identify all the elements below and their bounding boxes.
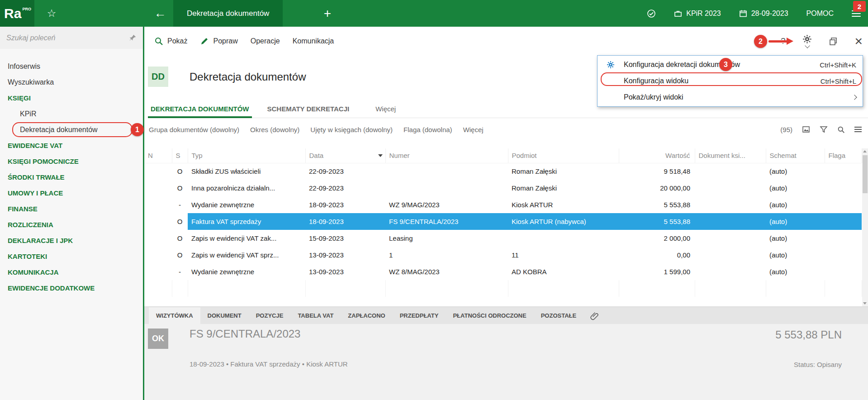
sidebar-item-wyszukiwarka[interactable]: Wyszukiwarka	[0, 74, 143, 90]
table-row[interactable]: O Inna pozarolnicza działaln... 22-09-20…	[144, 180, 862, 196]
cell-schemat[interactable]: (auto)	[766, 196, 825, 213]
cell-typ[interactable]: Wydanie zewnętrzne	[188, 263, 305, 280]
sidebar-item-srodki-trwale[interactable]: ŚRODKI TRWAŁE	[0, 169, 143, 185]
cell-schemat[interactable]: (auto)	[766, 263, 825, 280]
col-wartosc[interactable]: Wartość	[619, 148, 695, 163]
col-n[interactable]: N	[144, 148, 172, 163]
cell-wartosc[interactable]: 2 000,00	[619, 230, 695, 247]
cell-s[interactable]: -	[172, 196, 188, 213]
cell-flaga[interactable]	[825, 230, 862, 247]
new-tab-button[interactable]: +	[318, 0, 337, 27]
cell-numer[interactable]: WZ 8/MAG/2023	[385, 263, 508, 280]
date-selector[interactable]: 28-09-2023	[739, 10, 788, 18]
cell-podmiot[interactable]: Roman Załęski	[508, 180, 619, 196]
cell-wartosc[interactable]: 0,00	[619, 247, 695, 263]
settings-button[interactable]	[802, 34, 812, 48]
cell-wartosc[interactable]: 1 599,00	[619, 263, 695, 280]
cell-podmiot[interactable]: Roman Załęski	[508, 163, 619, 180]
col-dokument[interactable]: Dokument ksi...	[695, 148, 766, 163]
detail-tab-platnosci-odroczone[interactable]: PŁATNOŚCI ODROCZONE	[446, 307, 533, 324]
cell-typ[interactable]: Zapis w ewidencji VAT zak...	[188, 230, 305, 247]
cell-flaga[interactable]	[825, 180, 862, 196]
cell-s[interactable]: O	[172, 230, 188, 247]
show-menu-button[interactable]: Pokaż	[148, 27, 194, 55]
attachments-button[interactable]	[583, 307, 605, 324]
cell-dokument[interactable]	[695, 230, 766, 247]
col-data[interactable]: Data	[305, 148, 385, 163]
search-list-icon[interactable]	[837, 126, 845, 133]
cell-wartosc[interactable]: 5 553,88	[619, 196, 695, 213]
cell-n[interactable]	[144, 247, 172, 263]
cell-numer[interactable]: 1	[385, 247, 508, 263]
table-row-selected[interactable]: O Faktura VAT sprzedaży 18-09-2023 FS 9/…	[144, 213, 862, 230]
detail-tab-wizytowka[interactable]: WIZYTÓWKA	[149, 307, 200, 324]
filter-okres[interactable]: Okres (dowolny)	[250, 126, 299, 133]
cell-wartosc[interactable]: 9 518,48	[619, 163, 695, 180]
menu-item-pokaz-ukryj-widoki[interactable]: Pokaż/ukryj widoki	[598, 89, 863, 105]
export-image-icon[interactable]	[802, 125, 810, 133]
sidebar-item-ewidencje-vat[interactable]: EWIDENCJE VAT	[0, 138, 143, 153]
table-row[interactable]: - Wydanie zewnętrzne 13-09-2023 WZ 8/MAG…	[144, 263, 862, 280]
cell-podmiot[interactable]: Kiosk ARTUR (nabywca)	[508, 213, 619, 230]
cell-s[interactable]: O	[172, 213, 188, 230]
sidebar-item-ewidencje-dodatkowe[interactable]: EWIDENCJE DODATKOWE	[0, 280, 143, 296]
cell-flaga[interactable]	[825, 247, 862, 263]
command-search-input[interactable]	[6, 34, 129, 42]
cell-dokument[interactable]	[695, 213, 766, 230]
cell-numer[interactable]: WZ 9/MAG/2023	[385, 196, 508, 213]
tab-dekretacja-dokumentow[interactable]: DEKRETACJA DOKUMENTÓW	[148, 101, 252, 118]
cell-schemat[interactable]: (auto)	[766, 180, 825, 196]
cell-podmiot[interactable]	[508, 230, 619, 247]
cell-flaga[interactable]	[825, 213, 862, 230]
cell-n[interactable]	[144, 180, 172, 196]
cell-data[interactable]: 13-09-2023	[305, 247, 385, 263]
help-menu-button[interactable]: POMOC	[806, 10, 834, 18]
filter-more[interactable]: Więcej	[463, 126, 484, 133]
cell-typ[interactable]: Składki ZUS właścicieli	[188, 163, 305, 180]
cell-schemat[interactable]: (auto)	[766, 247, 825, 263]
cell-data[interactable]: 22-09-2023	[305, 163, 385, 180]
cell-n[interactable]	[144, 230, 172, 247]
sync-status-button[interactable]	[647, 9, 656, 18]
cell-numer[interactable]: Leasing	[385, 230, 508, 247]
sidebar-item-rozliczenia[interactable]: ROZLICZENIA	[0, 217, 143, 233]
edit-menu-button[interactable]: Popraw	[194, 27, 244, 55]
cell-flaga[interactable]	[825, 163, 862, 180]
cell-data[interactable]: 15-09-2023	[305, 230, 385, 247]
table-scrollbar[interactable]	[862, 148, 868, 306]
sidebar-item-umowy-i-place[interactable]: UMOWY I PŁACE	[0, 185, 143, 201]
scroll-up-arrow[interactable]	[863, 150, 867, 152]
pin-icon[interactable]	[129, 34, 137, 42]
back-button[interactable]: ←	[149, 0, 171, 27]
detail-tab-pozostale[interactable]: POZOSTAŁE	[534, 307, 583, 324]
sidebar-item-ksiegi[interactable]: KSIĘGI	[0, 90, 143, 106]
cell-n[interactable]	[144, 163, 172, 180]
cell-dokument[interactable]	[695, 196, 766, 213]
period-selector[interactable]: KPiR 2023	[674, 10, 721, 18]
cell-typ[interactable]: Wydanie zewnętrzne	[188, 196, 305, 213]
table-row[interactable]: O Zapis w ewidencji VAT zak... 15-09-202…	[144, 230, 862, 247]
operations-menu-button[interactable]: Operacje	[244, 27, 286, 55]
cell-dokument[interactable]	[695, 180, 766, 196]
sidebar-item-kartoteki[interactable]: KARTOTEKI	[0, 248, 143, 264]
cell-data[interactable]: 18-09-2023	[305, 196, 385, 213]
communication-menu-button[interactable]: Komunikacja	[286, 27, 341, 55]
cell-podmiot[interactable]: Kiosk ARTUR	[508, 196, 619, 213]
cell-typ[interactable]: Inna pozarolnicza działaln...	[188, 180, 305, 196]
col-schemat[interactable]: Schemat	[766, 148, 825, 163]
restore-window-button[interactable]	[829, 37, 837, 45]
tab-more[interactable]: Więcej	[373, 101, 398, 118]
cell-data[interactable]: 18-09-2023	[305, 213, 385, 230]
detail-tab-przedplaty[interactable]: PRZEDPŁATY	[393, 307, 446, 324]
cell-s[interactable]: O	[172, 163, 188, 180]
cell-data[interactable]: 13-09-2023	[305, 263, 385, 280]
detail-tab-tabela-vat[interactable]: TABELA VAT	[290, 307, 341, 324]
filter-ujety-w-ksiegach[interactable]: Ujęty w księgach (dowolny)	[310, 126, 393, 133]
cell-schemat[interactable]: (auto)	[766, 213, 825, 230]
col-podmiot[interactable]: Podmiot	[508, 148, 619, 163]
tab-schematy-dekretacji[interactable]: SCHEMATY DEKRETACJI	[265, 101, 352, 118]
sidebar-item-deklaracje-i-jpk[interactable]: DEKLARACJE I JPK	[0, 233, 143, 248]
cell-n[interactable]	[144, 213, 172, 230]
cell-wartosc[interactable]: 20 000,00	[619, 180, 695, 196]
cell-dokument[interactable]	[695, 163, 766, 180]
